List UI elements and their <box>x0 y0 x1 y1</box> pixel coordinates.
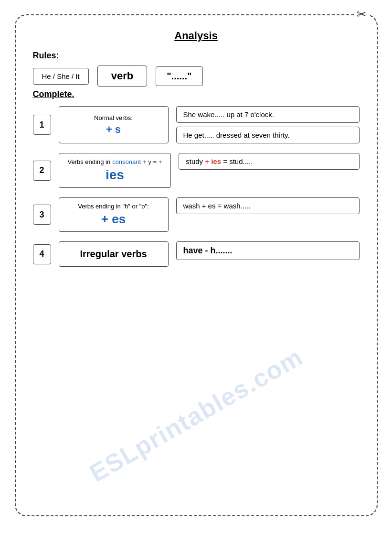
section-2-consonant: consonant <box>112 158 141 165</box>
section-3-example-1: wash + es = wash..... <box>176 197 360 214</box>
page-wrapper: ✂ Analysis Rules: He / She / It verb "..… <box>15 14 378 516</box>
section-2-rule-inline: Verbs ending in consonant + y = + <box>68 158 162 167</box>
section-2-rule-suffix: + y = + <box>143 158 162 165</box>
section-2: 2 Verbs ending in consonant + y = + ies … <box>33 153 360 188</box>
section-3: 3 Verbs ending in "h" or "o": + es wash … <box>33 197 360 232</box>
section-2-number: 2 <box>33 161 51 181</box>
section-2-ies: ies <box>106 167 124 183</box>
section-1-example-2: He get..... dressed at seven thirty. <box>176 127 360 143</box>
section-2-example-1: study + ies = stud..... <box>179 153 359 170</box>
page-title: Analysis <box>33 30 360 42</box>
section-1-rule-big: + s <box>106 123 121 136</box>
section-1-example-1: She wake..... up at 7 o'clock. <box>176 106 360 123</box>
section-3-rule-small: Verbs ending in "h" or "o": <box>78 203 149 210</box>
section-4-example-1: have - h....... <box>176 241 360 260</box>
section-4-rule-big: Irregular verbs <box>80 249 147 260</box>
section-3-number: 3 <box>33 205 51 225</box>
rules-label: Rules: <box>33 51 360 61</box>
section-4-examples: have - h....... <box>176 241 360 267</box>
section-1-rule-small: Normal verbs: <box>94 114 133 121</box>
rules-boxes: He / She / It verb "......" <box>33 65 360 87</box>
section-4: 4 Irregular verbs have - h....... <box>33 241 360 267</box>
section-3-rule: Verbs ending in "h" or "o": + es <box>59 197 169 232</box>
section-2-examples: study + ies = stud..... <box>179 153 359 188</box>
complete-label: Complete. <box>33 89 360 99</box>
section-2-rule-prefix: Verbs ending in <box>68 158 111 165</box>
scissors-icon: ✂ <box>355 8 368 21</box>
section-3-rule-big: + es <box>101 212 126 227</box>
section-4-rule: Irregular verbs <box>59 241 169 267</box>
section-3-examples: wash + es = wash..... <box>176 197 360 232</box>
section-2-rule: Verbs ending in consonant + y = + ies <box>59 153 171 188</box>
section-1-number: 1 <box>33 115 51 135</box>
verb-box: verb <box>97 65 147 87</box>
section-1-rule: Normal verbs: + s <box>59 106 169 143</box>
study-text: study <box>186 157 203 165</box>
he-she-it-box: He / She / It <box>33 68 89 85</box>
section-1: 1 Normal verbs: + s She wake..... up at … <box>33 106 360 143</box>
section-4-number: 4 <box>33 244 51 264</box>
equals-stud: = stud..... <box>221 157 253 165</box>
section-1-examples: She wake..... up at 7 o'clock. He get...… <box>176 106 360 143</box>
ies-red-text: + ies <box>203 157 221 165</box>
quotes-box: "......" <box>156 66 202 86</box>
watermark: ESLprintables.com <box>85 342 307 488</box>
